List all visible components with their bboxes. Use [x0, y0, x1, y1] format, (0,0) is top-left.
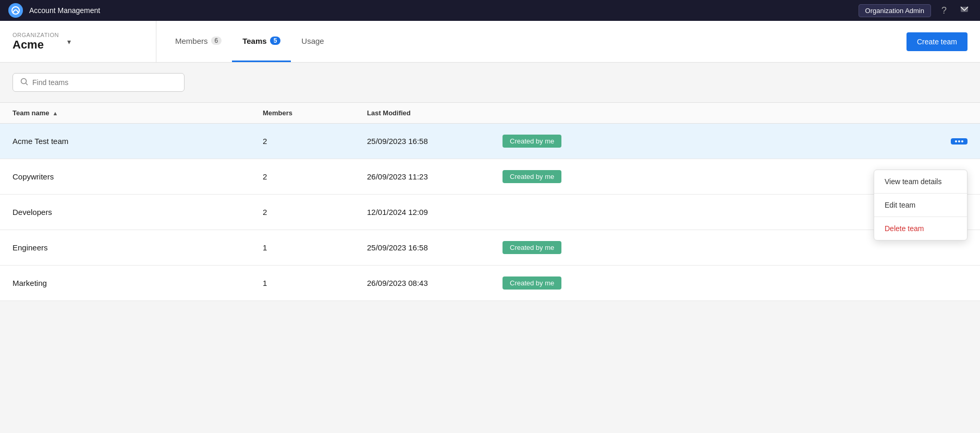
team-name-cell: Copywriters: [13, 172, 263, 181]
top-nav: Account Management Organization Admin ?: [0, 0, 980, 21]
team-name-cell: Marketing: [13, 279, 263, 287]
tab-usage[interactable]: Usage: [291, 21, 334, 62]
search-icon: [20, 78, 28, 87]
team-name-header-label: Team name: [13, 109, 50, 117]
search-input[interactable]: [32, 78, 177, 87]
created-by-badge: Created by me: [503, 241, 561, 254]
org-admin-button[interactable]: Organization Admin: [859, 4, 931, 17]
help-icon: ?: [941, 5, 947, 16]
tab-members-label: Members: [175, 37, 208, 45]
table-container: Team name ▲ Members Last Modified Acme T…: [0, 102, 980, 301]
svg-point-2: [21, 79, 27, 84]
created-by-badge: Created by me: [503, 276, 561, 290]
kebab-dot-1: [955, 140, 957, 142]
tab-usage-label: Usage: [301, 37, 324, 45]
col-members-header: Members: [263, 109, 367, 117]
created-by-cell: Created by me: [503, 135, 967, 148]
team-name-cell: Engineers: [13, 243, 263, 252]
context-menu: View team details Edit team Delete team: [874, 170, 967, 240]
kebab-dot-3: [961, 140, 963, 142]
table-row: Developers 2 12/01/2024 12:09: [0, 195, 980, 230]
members-cell: 2: [263, 172, 367, 181]
last-modified-cell: 25/09/2023 16:58: [367, 243, 503, 252]
members-cell: 1: [263, 243, 367, 252]
team-name-cell: Acme Test team: [13, 137, 263, 146]
col-last-modified-header: Last Modified: [367, 109, 503, 117]
last-modified-cell: 25/09/2023 16:58: [367, 137, 503, 146]
menu-delete-team[interactable]: Delete team: [874, 217, 967, 240]
tab-teams-badge: 5: [270, 37, 281, 45]
tab-members[interactable]: Members 6: [165, 21, 232, 62]
org-label: Organization: [13, 32, 59, 38]
created-by-badge: Created by me: [503, 135, 561, 148]
sort-icon: ▲: [53, 110, 58, 116]
sub-header: Organization Acme ▾ Members 6 Teams 5 Us…: [0, 21, 980, 63]
last-modified-cell: 26/09/2023 11:23: [367, 172, 503, 181]
org-name: Acme: [13, 38, 59, 52]
notifications-icon-button[interactable]: [957, 2, 972, 19]
top-nav-right: Organization Admin ?: [859, 2, 972, 19]
menu-edit-team[interactable]: Edit team: [874, 194, 967, 216]
table-row: Engineers 1 25/09/2023 16:58 Created by …: [0, 230, 980, 266]
org-selector-text: Organization Acme: [13, 32, 59, 52]
top-nav-left: Account Management: [8, 3, 100, 18]
tab-teams-label: Teams: [242, 37, 266, 45]
notifications-icon: [959, 4, 970, 17]
created-by-badge: Created by me: [503, 170, 561, 183]
members-cell: 1: [263, 279, 367, 287]
col-team-name-header[interactable]: Team name ▲: [13, 109, 263, 117]
last-modified-cell: 12/01/2024 12:09: [367, 208, 503, 216]
app-logo: [8, 3, 23, 18]
search-input-wrapper: [13, 73, 185, 92]
created-by-cell: Created by me: [503, 241, 967, 254]
search-container: [0, 63, 980, 102]
last-modified-cell: 26/09/2023 08:43: [367, 279, 503, 287]
menu-view-team-details[interactable]: View team details: [874, 170, 967, 193]
table-header: Team name ▲ Members Last Modified: [0, 102, 980, 124]
tabs-container: Members 6 Teams 5 Usage: [156, 21, 906, 62]
table-row: Marketing 1 26/09/2023 08:43 Created by …: [0, 266, 980, 301]
row-kebab-button[interactable]: [951, 138, 967, 145]
org-selector[interactable]: Organization Acme ▾: [0, 21, 156, 62]
svg-line-3: [26, 83, 28, 86]
help-icon-button[interactable]: ?: [939, 3, 949, 18]
members-cell: 2: [263, 137, 367, 146]
chevron-down-icon: ▾: [67, 38, 71, 46]
table-row: Copywriters 2 26/09/2023 11:23 Created b…: [0, 159, 980, 195]
create-team-button[interactable]: Create team: [906, 32, 967, 51]
row-actions: View team details Edit team Delete team: [951, 138, 967, 145]
team-name-cell: Developers: [13, 208, 263, 216]
app-title: Account Management: [29, 6, 100, 15]
created-by-cell: Created by me: [503, 276, 967, 290]
tab-teams[interactable]: Teams 5: [232, 21, 291, 62]
members-cell: 2: [263, 208, 367, 216]
tab-members-badge: 6: [211, 37, 222, 45]
kebab-dot-2: [958, 140, 960, 142]
table-row: Acme Test team 2 25/09/2023 16:58 Create…: [0, 124, 980, 159]
